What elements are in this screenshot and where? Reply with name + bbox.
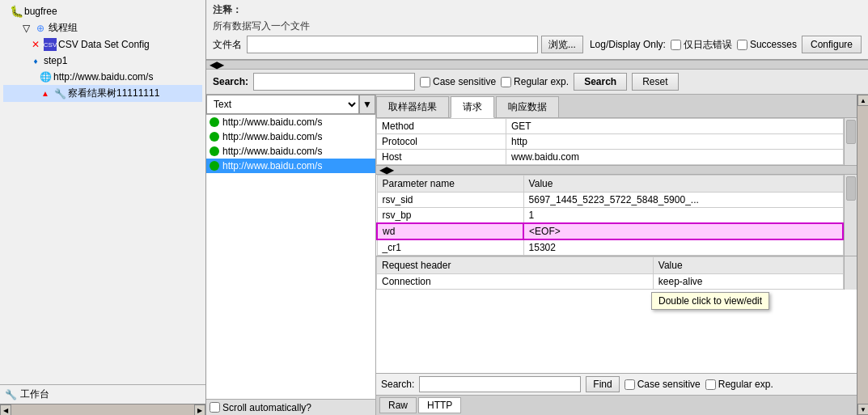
search-button[interactable]: Search [574, 73, 627, 91]
folder-icon: ⊕ [34, 22, 47, 35]
field-value: www.baidu.com [506, 150, 844, 165]
bottom-tab-raw[interactable]: Raw [379, 397, 417, 413]
bottom-case-checkbox[interactable] [625, 379, 635, 390]
sidebar-item-result-tree[interactable]: ▲ 🔧 察看结果树11111111 [3, 85, 202, 102]
tab-label: 取样器结果 [388, 101, 437, 112]
workbench-icon: 🔧 [5, 389, 17, 400]
csv-badge: CSV [44, 38, 57, 51]
tab-response-data[interactable]: 响应数据 [496, 96, 559, 117]
scroll-auto-label[interactable]: Scroll automatically? [210, 402, 311, 413]
param-value: 15302 [523, 239, 843, 256]
bottom-search-label: Search: [381, 379, 414, 390]
param-name: _cr1 [377, 239, 523, 256]
case-sensitive-checkbox[interactable] [420, 77, 430, 87]
tree-list-item-label: http://www.baidu.com/s [222, 116, 322, 128]
filename-input[interactable] [247, 36, 538, 53]
tree-list-item[interactable]: http://www.baidu.com/s [206, 129, 375, 144]
detail-pane: 取样器结果 请求 响应数据 [376, 95, 857, 415]
sidebar-horizontal-scrollbar[interactable]: ◀ ▶ [0, 404, 205, 415]
divider-arrow-left: ◀▶ [210, 59, 224, 70]
tree-list-item[interactable]: http://www.baidu.com/s [206, 144, 375, 159]
scroll-right-btn[interactable]: ▶ [194, 404, 205, 415]
bottom-tab-http[interactable]: HTTP [418, 397, 461, 413]
tree-list-item-label: http://www.baidu.com/s [222, 160, 322, 172]
param-section: Parameter name Value rsv_sid 5697_1445_5… [376, 175, 857, 256]
tabs: 取样器结果 请求 响应数据 [376, 95, 857, 118]
sidebar-tree: 🐛 bugfree ▽ ⊕ 线程组 ✕ CSV CSV Data Set Con… [0, 0, 205, 384]
scroll-auto-checkbox[interactable] [210, 402, 220, 413]
tree-expand-button[interactable]: ▼ [359, 95, 375, 114]
search-input[interactable] [253, 73, 415, 91]
request-header-table-container: Request header Value Connection keep-ali… [376, 256, 844, 290]
regular-exp-label[interactable]: Regular exp. [501, 76, 569, 87]
bottom-search-input[interactable] [419, 376, 581, 392]
right-outer-scrollbar[interactable]: ▲ ▼ [857, 95, 868, 415]
tree-type-select[interactable]: Text [206, 95, 359, 114]
errors-only-checkbox-label[interactable]: 仅日志错误 [671, 38, 732, 52]
field-name: Protocol [377, 134, 506, 150]
errors-only-checkbox[interactable] [671, 40, 681, 50]
tree-list-item[interactable]: http://www.baidu.com/s [206, 115, 375, 129]
request-info-scrollbar[interactable] [844, 118, 857, 165]
filename-row: 文件名 浏览... Log/Display Only: 仅日志错误 Succes… [213, 36, 862, 53]
param-table: Parameter name Value rsv_sid 5697_1445_5… [376, 175, 844, 256]
comment-row: 注释： [213, 3, 862, 17]
sidebar-item-csv[interactable]: ✕ CSV CSV Data Set Config [3, 36, 202, 53]
sidebar-item-label: 线程组 [49, 21, 78, 35]
step-icon: ♦ [29, 54, 42, 67]
successes-label: Successes [750, 39, 797, 50]
request-header-section: Request header Value Connection keep-ali… [376, 256, 857, 290]
comment-label: 注释： [213, 3, 242, 17]
table-row: Host www.baidu.com [377, 150, 844, 165]
scroll-down-btn[interactable]: ▼ [857, 404, 868, 415]
table-row: Connection keep-alive [377, 274, 844, 290]
field-value: GET [506, 119, 844, 134]
param-value-header: Value [523, 176, 843, 193]
sidebar-item-step1[interactable]: ♦ step1 [3, 53, 202, 69]
scroll-thumb[interactable] [846, 176, 856, 201]
tooltip-text: Double click to view/edit [658, 295, 762, 307]
sidebar-item-http1[interactable]: 🌐 http://www.baidu.com/s [3, 69, 202, 85]
scroll-track[interactable] [11, 404, 194, 415]
param-name-header: Parameter name [377, 176, 523, 193]
tab-label: 响应数据 [508, 101, 547, 112]
right-panel: 注释： 所有数据写入一个文件 文件名 浏览... Log/Display Onl… [206, 0, 868, 415]
bottom-case-label[interactable]: Case sensitive [625, 379, 701, 390]
tree-list-item-label: http://www.baidu.com/s [222, 131, 322, 142]
request-info-table: Method GET Protocol http Host [376, 118, 844, 165]
tab-sampler-result[interactable]: 取样器结果 [376, 96, 449, 117]
divider-top: ◀▶ [206, 60, 868, 70]
configure-button[interactable]: Configure [802, 36, 862, 53]
tree-list-item-selected[interactable]: http://www.baidu.com/s [206, 159, 375, 173]
status-green-icon [210, 132, 219, 142]
header-scrollbar[interactable] [844, 256, 857, 290]
successes-checkbox[interactable] [737, 40, 747, 50]
scroll-left-btn[interactable]: ◀ [0, 404, 11, 415]
scroll-thumb[interactable] [846, 120, 856, 144]
bottom-tab-raw-label: Raw [388, 400, 408, 411]
errors-only-label: 仅日志错误 [684, 38, 732, 52]
search-label: Search: [213, 76, 248, 87]
scroll-up-btn[interactable]: ▲ [857, 95, 868, 106]
scroll-v-track[interactable] [857, 106, 868, 404]
param-scrollbar[interactable] [844, 175, 857, 256]
tab-request[interactable]: 请求 [451, 96, 494, 118]
status-green-icon [210, 146, 219, 156]
regular-exp-checkbox[interactable] [501, 77, 511, 87]
reset-button[interactable]: Reset [632, 73, 678, 91]
bottom-regex-checkbox[interactable] [705, 379, 716, 390]
table-row: Protocol http [377, 134, 844, 150]
field-name: Host [377, 150, 506, 165]
browse-button[interactable]: 浏览... [541, 36, 583, 53]
param-name: rsv_sid [377, 193, 523, 208]
bottom-regex-label[interactable]: Regular exp. [705, 379, 773, 390]
find-button[interactable]: Find [586, 376, 619, 392]
table-row-selected[interactable]: wd <EOF> [377, 223, 843, 239]
tree-pane-bottom: Scroll automatically? [206, 399, 375, 415]
scroll-auto-text: Scroll automatically? [222, 402, 311, 413]
sidebar-item-bugfree[interactable]: 🐛 bugfree [3, 3, 202, 19]
workbench-item[interactable]: 🔧 工作台 [0, 384, 205, 404]
successes-checkbox-label[interactable]: Successes [737, 39, 797, 50]
sidebar-item-thread-group[interactable]: ▽ ⊕ 线程组 [3, 19, 202, 36]
case-sensitive-label[interactable]: Case sensitive [420, 76, 496, 87]
